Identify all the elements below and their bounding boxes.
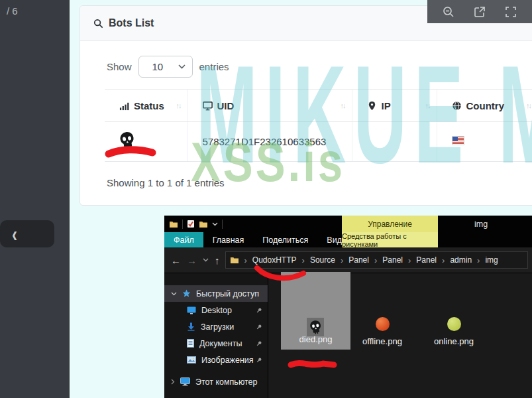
viewer-toolbar (427, 0, 532, 23)
chevron-down-icon[interactable] (171, 292, 177, 296)
sidebar-item-quick-access[interactable]: Быстрый доступ (164, 285, 268, 302)
entries-label: entries (199, 61, 229, 72)
file-item-died[interactable]: died.png (281, 272, 350, 350)
window-title: img (474, 216, 488, 232)
previous-image-button[interactable]: ‹ (0, 220, 54, 247)
table-row[interactable]: 5783271D1F232610633563 (105, 122, 532, 162)
column-header-country[interactable]: Country (437, 90, 532, 122)
document-icon (187, 339, 194, 348)
back-icon[interactable]: ← (171, 255, 181, 266)
status-cell (105, 122, 187, 162)
breadcrumb-item[interactable]: Source (310, 255, 335, 265)
page-title: Bots List (109, 17, 154, 29)
explorer-titlebar: Управление img (164, 216, 532, 232)
chevron-left-icon: ‹ (12, 223, 17, 245)
sidebar-item-label: Загрузки (201, 322, 234, 332)
pagesize-select[interactable]: 10 (138, 56, 193, 78)
skull-icon (308, 318, 323, 335)
sidebar-item-label: Изображения (201, 356, 254, 365)
file-item-online[interactable]: online.png (427, 317, 480, 346)
sidebar-item-label: Этот компьютер (195, 377, 257, 387)
breadcrumb[interactable]: › QudoxHTTP › Source › Panel › Panel › P… (225, 251, 529, 269)
sort-icon (425, 101, 430, 109)
bots-list-card: Bots List Show 10 entries Status (80, 5, 532, 206)
sidebar-item-label: Документы (199, 339, 242, 348)
pin-icon[interactable] (256, 357, 262, 364)
zoom-out-icon[interactable] (442, 5, 455, 19)
pin-icon[interactable] (256, 307, 262, 314)
column-header-uid[interactable]: UID (187, 90, 352, 122)
toolbar-divider (182, 220, 183, 229)
tab-home[interactable]: Главная (203, 232, 254, 247)
explorer-main: Быстрый доступ Desktop Загрузки Документ… (164, 273, 532, 398)
forward-icon[interactable]: → (187, 255, 197, 266)
column-header-ip[interactable]: IP (352, 90, 437, 122)
file-name: offline.png (356, 336, 409, 346)
tab-picture-tools[interactable]: Средства работы с рисунками (342, 232, 438, 247)
open-external-icon[interactable] (473, 5, 486, 19)
folder-icon[interactable] (169, 220, 178, 228)
ribbon-context-title: Управление (342, 216, 438, 232)
navigation-pane: Быстрый доступ Desktop Загрузки Документ… (164, 273, 268, 398)
breadcrumb-item[interactable]: Panel (382, 255, 403, 265)
us-flag-icon (452, 136, 464, 145)
file-explorer-window: Управление img Файл Главная Поделиться В… (164, 216, 532, 398)
pin-icon[interactable] (256, 340, 262, 347)
viewer-left-rail: / 6 ‹ (0, 0, 70, 398)
column-label: UID (217, 100, 235, 111)
sidebar-item-documents[interactable]: Документы (164, 335, 268, 352)
pagesize-controls: Show 10 entries (107, 56, 229, 78)
breadcrumb-separator: › (242, 255, 250, 265)
file-item-offline[interactable]: offline.png (356, 317, 409, 346)
skull-icon (118, 130, 136, 151)
chevron-right-icon[interactable] (171, 379, 175, 385)
breadcrumb-item[interactable]: admin (450, 255, 472, 265)
sidebar-item-desktop[interactable]: Desktop (164, 302, 268, 318)
column-header-status[interactable]: Status (105, 90, 187, 122)
breadcrumb-separator: › (372, 255, 380, 265)
fullscreen-icon[interactable] (504, 5, 517, 19)
breadcrumb-item[interactable]: img (485, 255, 498, 265)
up-icon[interactable]: ↑ (215, 255, 220, 266)
folder-icon (230, 256, 239, 264)
table-header-row: Status UID IP (105, 90, 532, 122)
chevron-down-icon (178, 64, 186, 69)
column-label: Status (134, 100, 164, 111)
green-circle-icon (447, 317, 461, 331)
breadcrumb-item[interactable]: QudoxHTTP (252, 255, 297, 265)
table-summary: Showing 1 to 1 of 1 entries (107, 177, 225, 188)
tab-file[interactable]: Файл (164, 232, 203, 247)
sort-icon (341, 101, 345, 109)
viewer-page-indicator: / 6 (7, 5, 18, 17)
sort-icon (526, 101, 531, 109)
globe-icon (452, 101, 462, 111)
sort-icon (176, 101, 181, 109)
toolbar-divider (222, 220, 223, 229)
sidebar-item-pictures[interactable]: Изображения (164, 352, 268, 368)
ribbon-tabs: Файл Главная Поделиться Вид Средства раб… (164, 232, 532, 247)
signal-bars-icon (119, 101, 129, 111)
country-cell (437, 122, 532, 162)
ip-cell (352, 122, 437, 162)
customize-toolbar-chevron-icon[interactable] (212, 222, 218, 226)
tab-share[interactable]: Поделиться (253, 232, 317, 247)
properties-check-icon[interactable] (187, 220, 195, 228)
new-folder-icon[interactable] (199, 220, 208, 228)
screenshot-root: / 6 ‹ Bots List Show 10 entries (0, 0, 532, 398)
star-icon (182, 289, 191, 298)
pin-icon[interactable] (256, 324, 262, 330)
sidebar-item-clipped[interactable]: Сеть (164, 394, 268, 398)
picture-icon (187, 356, 196, 364)
sidebar-item-this-pc[interactable]: Этот компьютер (164, 373, 268, 390)
breadcrumb-item[interactable]: Panel (348, 255, 369, 265)
file-name: online.png (427, 336, 480, 346)
breadcrumb-separator: › (405, 255, 413, 265)
breadcrumb-item[interactable]: Panel (416, 255, 437, 265)
file-list-pane: died.png offline.png online.png (268, 273, 532, 398)
sidebar-item-downloads[interactable]: Загрузки (164, 318, 268, 335)
computer-icon (180, 377, 190, 386)
recent-locations-chevron-icon[interactable] (203, 258, 209, 262)
quick-access-toolbar (164, 220, 223, 229)
address-bar: ← → ↑ › QudoxHTTP › Source › Panel › Pan… (164, 247, 532, 273)
file-name: died.png (281, 334, 350, 344)
